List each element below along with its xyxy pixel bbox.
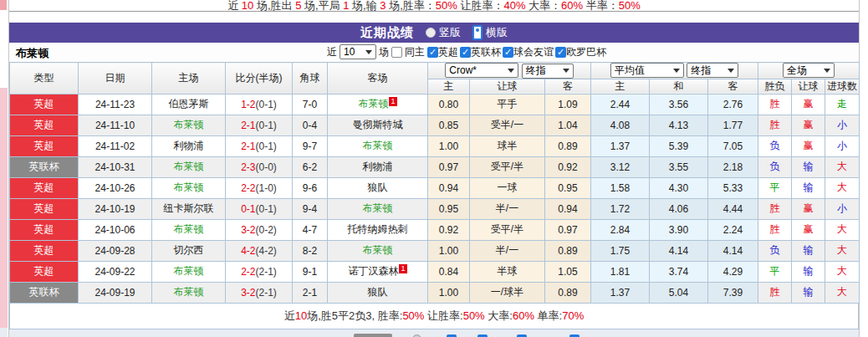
table-row: 英超24-09-28切尔西4-2(4-2)8-2布莱顿1.00半/一0.891.… [10,240,860,261]
cutoff-radio[interactable] [412,334,421,337]
cutoff-checkbox[interactable] [569,334,580,337]
chevron-down-icon [365,50,372,54]
league-checkbox[interactable]: ✓ [427,47,438,58]
league-checkbox[interactable]: ✓ [555,47,566,58]
team-label: 利物浦 [174,140,204,151]
odds-away: 0.94 [545,198,591,219]
goals-result: 走 [825,94,860,115]
bottom-summary: 近10场,胜5平2负3, 胜率:50% 让胜率:50% 大率:60% 单率:70… [9,304,859,329]
team-label: 托特纳姆热刺 [348,223,408,235]
league-checkbox[interactable]: ✓ [503,47,513,58]
home-team: 纽卡斯尔联 [152,198,226,219]
team-label: 布莱顿 [174,119,204,130]
col-header-type: 类型 [10,63,79,94]
odds-home: 0.94 [428,177,470,198]
league-checkbox[interactable]: ✓ [460,47,471,58]
radio-icon[interactable] [426,28,436,38]
result: 平 [758,261,792,282]
sub-header-avg-away: 客 [708,79,758,94]
scope-select[interactable]: 全场 [783,63,835,78]
team-label: 布莱顿 [363,202,393,214]
summary-segment: 让胜率: [424,309,462,322]
odds-home: 0.97 [428,156,470,177]
summary-segment: 10 [242,0,253,12]
score: 2-1(0-1) [226,115,293,135]
chevron-down-icon [728,69,734,73]
handicap-result: 赢 [792,94,825,115]
summary-segment: 单率: [534,309,562,322]
same-home-checkbox[interactable] [391,47,402,58]
result: 胜 [758,219,792,240]
filter-controls: 近 10 场 同主 ✓英超✓英联杯✓球会友谊✓欧罗巴杯 [327,44,608,59]
odds-home: 1.00 [428,240,470,261]
score: 2-2(2-1) [226,261,293,282]
league-badge: 英联杯 [10,156,79,177]
avg-home: 2.44 [591,94,650,115]
radio-vertical-layout[interactable]: 竖版 [426,25,461,40]
handicap-result: 输 [792,177,825,198]
table-row: 英超24-10-26布莱顿2-2(1-0)9-6狼队0.94一球0.951.58… [10,177,860,198]
radio-horizontal-label[interactable]: 横版 [486,25,508,40]
odds-period-select[interactable]: 终指 [522,64,574,79]
sub-header-odds-away: 客 [545,79,591,94]
cutoff-checkbox[interactable] [517,334,527,337]
handicap: 平手 [470,94,545,115]
corners: 9-1 [293,261,328,282]
score: 1-2(0-1) [226,94,293,115]
odds-away: 0.95 [545,177,591,198]
team-label: 狼队 [368,181,388,193]
sub-header-handicap-result: 让球 [792,79,825,94]
summary-segment: 50% [463,309,485,322]
handicap-result: 输 [792,261,825,282]
goals-result: 大 [825,177,860,198]
radio-vertical-label[interactable]: 竖版 [439,25,461,40]
goals-result: 大 [825,240,860,261]
sub-header-avg-draw: 和 [650,79,708,94]
panel-title: 近期战绩 [360,25,414,41]
avg-home: 1.37 [591,135,650,156]
league-checkbox-label: 球会友谊 [513,46,554,58]
avg-home: 4.08 [591,115,650,135]
team-label: 布莱顿 [174,265,204,277]
bottom-cutoff-bar [9,329,859,337]
chevron-down-icon [673,69,680,73]
team-label: 伯恩茅斯 [169,98,209,110]
summary-segment: 大率： [525,0,561,12]
radio-icon-selected[interactable] [472,25,483,40]
bookmaker-select[interactable]: Crow* [445,63,518,78]
home-team: 布莱顿 [152,156,226,177]
cutoff-checkbox[interactable] [477,334,488,337]
match-date: 24-10-31 [79,156,152,177]
avg-home: 1.37 [591,282,650,303]
team-label: 诺丁汉森林 [348,265,398,277]
avg-away: 2.18 [708,156,758,177]
cutoff-select[interactable] [354,334,392,337]
handicap: 受平/半 [470,219,545,240]
summary-segment: 近 [284,309,295,322]
left-edge-cutoff-strip [0,88,8,328]
match-count-select[interactable]: 10 [340,44,376,59]
odds-away: 0.97 [545,219,591,240]
summary-segment: 场,胜5平2负3, 胜率: [307,309,402,322]
summary-segment: 近 [227,0,242,12]
avg-draw: 3.56 [650,94,708,115]
average-select[interactable]: 平均值 [610,63,684,78]
odds-home: 0.95 [428,198,470,219]
league-checkbox-label: 欧罗巴杯 [566,46,606,58]
match-date: 24-10-19 [79,198,152,219]
result: 胜 [758,115,792,135]
avg-away: 2.24 [708,219,758,240]
summary-segment: 半率： [583,0,619,12]
odds-away: 1.09 [545,94,591,115]
league-badge: 英超 [10,219,79,240]
sub-header-handicap: 让球 [470,79,545,94]
corners: 8-2 [293,240,328,261]
cutoff-checkbox[interactable] [447,334,457,337]
corners: 0-4 [293,115,328,135]
away-team: 布莱顿1 [328,94,428,115]
radio-horizontal-layout[interactable]: 横版 [472,25,508,40]
left-edge-cutoff-top [0,0,7,10]
avg-draw: 5.39 [650,135,708,156]
avg-period-select[interactable]: 终指 [687,63,738,78]
league-badge: 英超 [10,240,79,261]
